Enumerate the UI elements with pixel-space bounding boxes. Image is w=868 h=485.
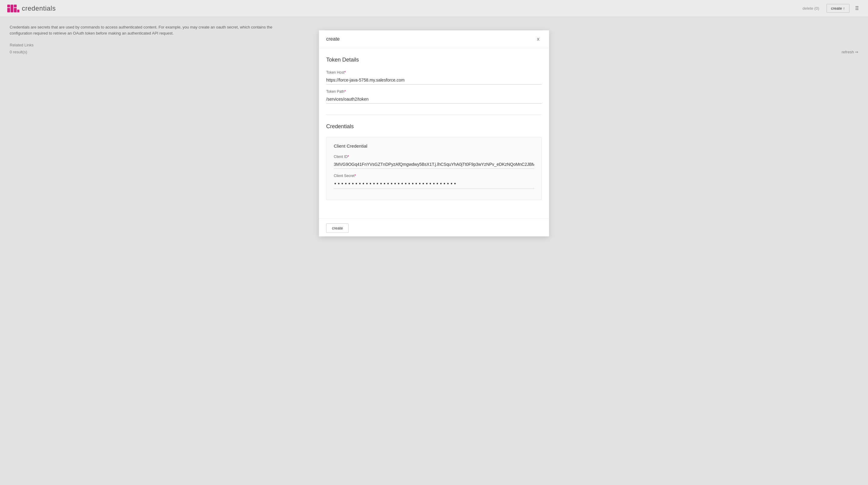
modal-header: create x (319, 30, 549, 48)
modal-body: Token Details Token Host* Token Path* Cr… (319, 48, 549, 61)
modal-close-button[interactable]: x (534, 35, 542, 43)
token-details-section: Token Details Token Host* Token Path* (326, 48, 542, 61)
modal-overlay: create x Token Details Token Host* Token… (0, 0, 868, 61)
token-details-title: Token Details (326, 57, 542, 61)
modal-title: create (326, 36, 340, 42)
create-modal: create x Token Details Token Host* Token… (319, 30, 549, 61)
